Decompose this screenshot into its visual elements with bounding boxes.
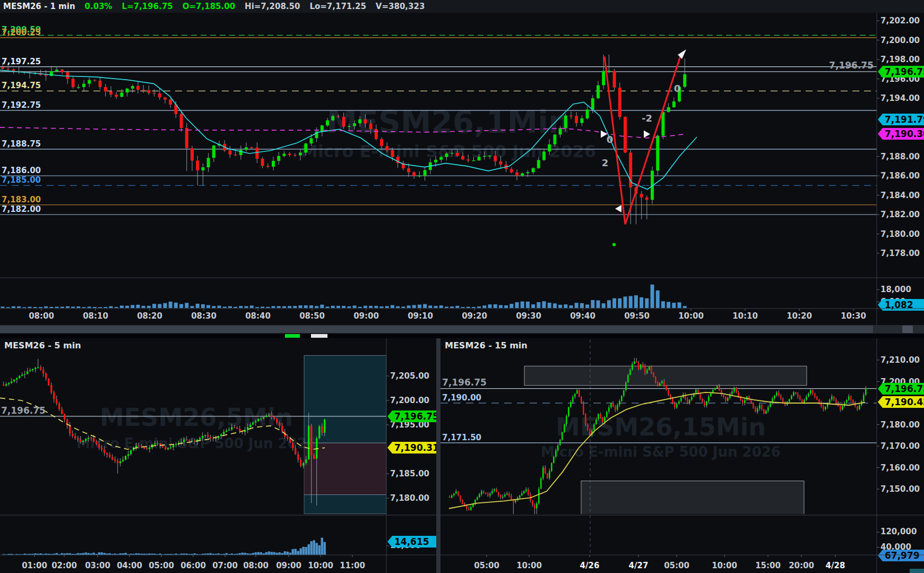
candle-up — [557, 446, 559, 451]
charts-canvas[interactable]: MESM26,1MinMicro E-mini S&P 500 Jun 2026… — [0, 0, 924, 573]
volume-bar — [504, 305, 508, 308]
candle-down — [742, 400, 744, 403]
candle-down — [583, 403, 584, 414]
label: 14,615 — [394, 536, 429, 547]
price-axis-15min[interactable] — [877, 338, 924, 573]
candle-down — [755, 408, 756, 412]
candle-down — [704, 402, 705, 405]
candle-down — [763, 409, 765, 414]
candle-up — [536, 503, 538, 509]
candle-down — [816, 397, 818, 399]
volume-bar — [241, 553, 244, 555]
volume-bar — [418, 305, 421, 308]
candle-up — [82, 441, 84, 442]
candle-up — [629, 370, 631, 375]
volume-bar — [391, 305, 394, 308]
candle-down — [194, 441, 195, 442]
candle-down — [273, 417, 275, 418]
candle-up — [553, 134, 556, 144]
volume-bar — [374, 306, 378, 308]
candle-down — [147, 90, 150, 93]
volume-bar — [499, 305, 503, 308]
volume-bar — [342, 306, 346, 308]
volume-bar — [56, 553, 58, 555]
candle-down — [602, 418, 603, 422]
candle-down — [297, 454, 299, 460]
candle-up — [661, 112, 664, 136]
candle-up — [324, 420, 325, 433]
volume-bar — [244, 553, 246, 555]
label: 09:40 — [570, 311, 595, 321]
candle-up — [572, 397, 574, 402]
label: 10:20 — [787, 311, 812, 321]
candle-up — [305, 459, 307, 463]
candle-up — [32, 369, 33, 370]
candle-up — [11, 381, 12, 383]
candle-up — [607, 71, 610, 71]
candle-down — [640, 194, 643, 197]
candle-up — [574, 394, 576, 397]
volume-bar — [273, 552, 275, 555]
candle-down — [547, 473, 548, 478]
candle-down — [336, 116, 340, 117]
candle-down — [840, 406, 841, 410]
candle-down — [624, 117, 627, 152]
volume-bar — [607, 300, 611, 308]
candle-up — [263, 417, 264, 418]
label: 08:10 — [83, 311, 108, 321]
candle-down — [98, 444, 100, 448]
candle-up — [245, 147, 248, 150]
panel-divider[interactable] — [436, 338, 441, 573]
candle-down — [615, 406, 616, 409]
volume-bar — [284, 551, 286, 555]
candle-up — [472, 160, 475, 161]
candle-up — [175, 444, 177, 445]
candle-up — [303, 463, 304, 466]
label: 120,000 — [880, 527, 917, 536]
candle-down — [103, 450, 105, 453]
candle-down — [380, 139, 383, 146]
candle-down — [6, 69, 10, 70]
candle-up — [553, 457, 555, 463]
volume-bar — [71, 306, 75, 308]
candle-up — [564, 116, 567, 129]
candle-down — [239, 429, 240, 431]
candle-down — [799, 397, 801, 399]
candle-down — [236, 427, 238, 429]
candle-up — [272, 161, 275, 167]
candle-up — [564, 424, 565, 432]
candle-up — [202, 436, 203, 438]
candle-down — [666, 386, 667, 390]
scrollbar-button[interactable] — [902, 326, 913, 333]
label: 10:00 — [308, 561, 333, 570]
candle-down — [93, 80, 96, 80]
volume-bar — [326, 306, 330, 308]
candle-down — [40, 367, 41, 370]
candle-up — [226, 431, 227, 432]
candle-up — [521, 493, 523, 495]
candle-down — [457, 491, 459, 495]
volume-bar — [336, 306, 340, 308]
volume-bar — [651, 285, 654, 308]
candle-up — [538, 489, 540, 503]
candle-down — [279, 423, 280, 426]
label: 7,170.00 — [880, 441, 920, 451]
candle-up — [793, 392, 795, 396]
scrollbar-thumb[interactable] — [0, 326, 873, 333]
label: 4/28 — [826, 561, 845, 570]
label: 7,186.00 — [880, 171, 920, 181]
candle-up — [831, 396, 833, 399]
label: 7,186.00 — [2, 166, 41, 175]
price-pane-1min[interactable] — [0, 13, 877, 325]
candle-up — [85, 439, 87, 440]
volume-bar — [147, 306, 151, 308]
candle-down — [412, 172, 416, 176]
volume-bar — [179, 304, 183, 308]
candle-down — [61, 409, 63, 414]
volume-bar — [482, 305, 486, 308]
candle-down — [391, 150, 394, 157]
candle-down — [500, 495, 502, 498]
volume-bar — [101, 552, 103, 555]
volume-bar — [428, 305, 432, 308]
candle-down — [186, 439, 187, 440]
